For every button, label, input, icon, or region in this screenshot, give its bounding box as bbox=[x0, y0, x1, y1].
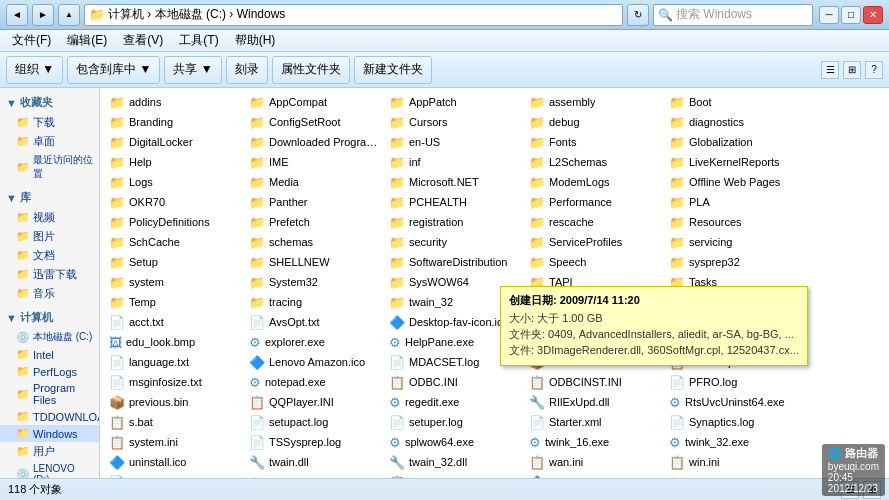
organize-button[interactable]: 组织 ▼ bbox=[6, 56, 63, 84]
forward-button[interactable]: ► bbox=[32, 4, 54, 26]
list-item[interactable]: 📦 previous.bin bbox=[104, 392, 244, 412]
sidebar-item-programfiles[interactable]: 📁 Program Files bbox=[0, 380, 99, 408]
menu-file[interactable]: 文件(F) bbox=[4, 30, 59, 51]
list-item[interactable]: 📁 SHELLNEW bbox=[244, 252, 384, 272]
list-item[interactable]: 📄 setupact.log bbox=[244, 412, 384, 432]
list-item[interactable]: 📁 diagnostics bbox=[664, 112, 804, 132]
sidebar-item-tddownload[interactable]: 📁 TDDOWNLOA bbox=[0, 408, 99, 425]
list-item[interactable]: 📁 SoftwareDistribution bbox=[384, 252, 524, 272]
list-item[interactable]: 📁 Branding bbox=[104, 112, 244, 132]
back-button[interactable]: ◄ bbox=[6, 4, 28, 26]
list-item[interactable]: 📁 Media bbox=[244, 172, 384, 192]
minimize-button[interactable]: ─ bbox=[819, 6, 839, 24]
list-item[interactable]: 📁 Help bbox=[104, 152, 244, 172]
menu-edit[interactable]: 编辑(E) bbox=[59, 30, 115, 51]
sidebar-item-lenovo-d[interactable]: 💿 LENOVO (D:) bbox=[0, 461, 99, 478]
search-bar[interactable]: 🔍 搜索 Windows bbox=[653, 4, 813, 26]
list-item[interactable]: 📁 rescache bbox=[524, 212, 664, 232]
properties-button[interactable]: 属性文件夹 bbox=[272, 56, 350, 84]
list-item[interactable]: 📁 Logs bbox=[104, 172, 244, 192]
list-item[interactable]: 📋 wan.ini bbox=[524, 452, 664, 472]
list-item[interactable]: 🔧 RIlExUpd.dll bbox=[524, 392, 664, 412]
list-item[interactable]: 🔷 Lenovo Amazon.ico bbox=[244, 352, 384, 372]
list-item[interactable]: 📄 language.txt bbox=[104, 352, 244, 372]
list-item[interactable]: 📁 Downloaded Program Files bbox=[244, 132, 384, 152]
list-item[interactable]: 📋 VBAddin.INI bbox=[384, 472, 524, 478]
list-item[interactable]: 📁 Boot bbox=[664, 92, 804, 112]
sidebar-item-pictures[interactable]: 📁 图片 bbox=[0, 227, 99, 246]
list-item[interactable]: 📋 ODBCINST.INI bbox=[524, 372, 664, 392]
list-item[interactable]: 🔧 twain.dll bbox=[244, 452, 384, 472]
list-item[interactable]: 📄 setuper.log bbox=[384, 412, 524, 432]
list-item[interactable]: 📋 QQPlayer.INI bbox=[244, 392, 384, 412]
list-item[interactable]: 📋 system.ini bbox=[104, 432, 244, 452]
list-item[interactable]: 📁 Prefetch bbox=[244, 212, 384, 232]
sidebar-item-c-drive[interactable]: 💿 本地磁盘 (C:) bbox=[0, 328, 99, 346]
list-item[interactable]: 📄 Synaptics.log bbox=[664, 412, 804, 432]
list-item[interactable]: 📁 registration bbox=[384, 212, 524, 232]
refresh-button[interactable]: ↻ bbox=[627, 4, 649, 26]
sidebar-item-desktop[interactable]: 📁 卓面 bbox=[0, 132, 99, 151]
list-item[interactable]: 📁 Panther bbox=[244, 192, 384, 212]
list-item[interactable]: 📁 Fonts bbox=[524, 132, 664, 152]
list-item[interactable]: ⚙ twink_16.exe bbox=[524, 432, 664, 452]
view-icon-button[interactable]: ⊞ bbox=[843, 61, 861, 79]
list-item[interactable]: 📁 PolicyDefinitions bbox=[104, 212, 244, 232]
list-item[interactable]: 📁 AppPatch bbox=[384, 92, 524, 112]
list-item[interactable]: ⚙ explorer.exe bbox=[244, 332, 384, 352]
sidebar-item-video[interactable]: 📁 视频 bbox=[0, 208, 99, 227]
list-item[interactable]: 📄 TSSysprep.log bbox=[244, 432, 384, 452]
list-item[interactable]: 📁 SchCache bbox=[104, 232, 244, 252]
sidebar-item-thunder[interactable]: 📁 迅雷下载 bbox=[0, 265, 99, 284]
list-item[interactable]: 📁 Setup bbox=[104, 252, 244, 272]
list-item[interactable]: 📁 schemas bbox=[244, 232, 384, 252]
list-item[interactable]: 📁 addins bbox=[104, 92, 244, 112]
list-item[interactable]: 📁 OKR70 bbox=[104, 192, 244, 212]
list-item[interactable]: 📋 ODBC.INI bbox=[384, 372, 524, 392]
list-item[interactable]: ⚙ notepad.exe bbox=[244, 372, 384, 392]
burn-button[interactable]: 刻录 bbox=[226, 56, 268, 84]
close-button[interactable]: ✕ bbox=[863, 6, 883, 24]
list-item[interactable]: 📄 msginfosize.txt bbox=[104, 372, 244, 392]
list-item[interactable]: 📁 security bbox=[384, 232, 524, 252]
list-item[interactable]: ⚙ twink_32.exe bbox=[664, 432, 804, 452]
view-help-button[interactable]: ? bbox=[865, 61, 883, 79]
list-item[interactable]: 📁 Cursors bbox=[384, 112, 524, 132]
list-item[interactable]: 🔷 WMSysPr9.prx bbox=[524, 472, 664, 478]
list-item[interactable]: 📁 assembly bbox=[524, 92, 664, 112]
list-item[interactable]: 📄 Starter.xml bbox=[524, 412, 664, 432]
list-item[interactable]: 📁 Temp bbox=[104, 292, 244, 312]
list-item[interactable]: 📁 System32 bbox=[244, 272, 384, 292]
view-toggle-button[interactable]: ☰ bbox=[821, 61, 839, 79]
sidebar-item-intel[interactable]: 📁 Intel bbox=[0, 346, 99, 363]
sidebar-item-user[interactable]: 📁 用户 bbox=[0, 442, 99, 461]
maximize-button[interactable]: □ bbox=[841, 6, 861, 24]
list-item[interactable]: 📋 win.ini bbox=[664, 452, 804, 472]
list-item[interactable]: 📁 en-US bbox=[384, 132, 524, 152]
list-item[interactable]: 📁 PLA bbox=[664, 192, 804, 212]
include-library-button[interactable]: 包含到库中 ▼ bbox=[67, 56, 160, 84]
list-item[interactable]: 📄 AvsOpt.txt bbox=[244, 312, 384, 332]
list-item[interactable]: 📁 AppCompat bbox=[244, 92, 384, 112]
list-item[interactable]: 📁 sysprep32 bbox=[664, 252, 804, 272]
menu-help[interactable]: 帮助(H) bbox=[227, 30, 284, 51]
up-button[interactable]: ▲ bbox=[58, 4, 80, 26]
list-item[interactable]: 📁 Speech bbox=[524, 252, 664, 272]
list-item[interactable]: 🔷 uninstall.ico bbox=[104, 452, 244, 472]
list-item[interactable]: 📁 Performance bbox=[524, 192, 664, 212]
list-item[interactable]: 📁 debug bbox=[524, 112, 664, 132]
menu-view[interactable]: 查看(V) bbox=[115, 30, 171, 51]
sidebar-item-documents[interactable]: 📁 文档 bbox=[0, 246, 99, 265]
list-item[interactable]: ⚙ RtsUvcUninst64.exe bbox=[664, 392, 804, 412]
new-folder-button[interactable]: 新建文件夹 bbox=[354, 56, 432, 84]
share-button[interactable]: 共享 ▼ bbox=[164, 56, 221, 84]
list-item[interactable]: 📁 IME bbox=[244, 152, 384, 172]
list-item[interactable]: 📁 Microsoft.NET bbox=[384, 172, 524, 192]
sidebar-item-recent[interactable]: 📁 最近访问的位置 bbox=[0, 151, 99, 183]
list-item[interactable]: 📁 system bbox=[104, 272, 244, 292]
list-item[interactable]: 🔧 twain_32.dll bbox=[384, 452, 524, 472]
list-item[interactable]: 📁 Globalization bbox=[664, 132, 804, 152]
sidebar-item-perflogs[interactable]: 📁 PerfLogs bbox=[0, 363, 99, 380]
list-item[interactable]: ⚙ splwow64.exe bbox=[384, 432, 524, 452]
list-item[interactable]: ⚙ regedit.exe bbox=[384, 392, 524, 412]
